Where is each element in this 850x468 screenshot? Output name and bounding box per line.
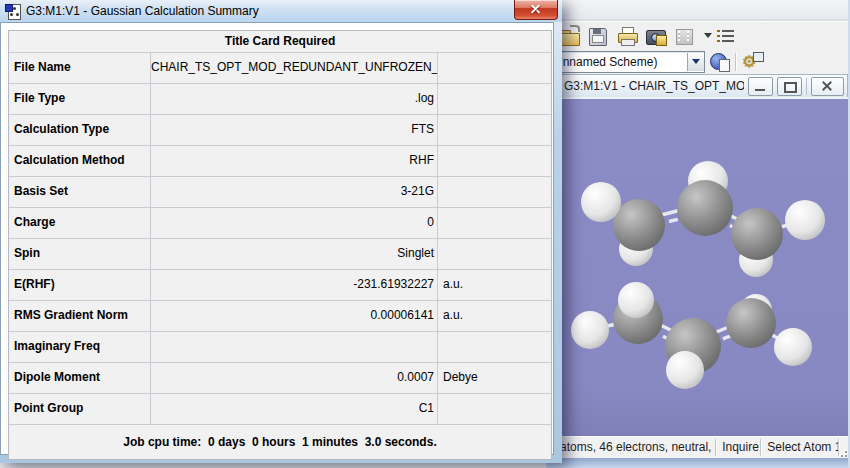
gaussview-log-icon <box>5 4 20 19</box>
table-row: File Type .log <box>9 84 551 115</box>
row-unit <box>438 84 551 114</box>
table-row: RMS Gradient Norm 0.00006141 a.u. <box>9 301 551 332</box>
status-bar: atoms, 46 electrons, neutral, sin Inquir… <box>554 436 848 458</box>
row-unit: Debye <box>438 363 551 393</box>
table-row: File Name CHAIR_TS_OPT_MOD_REDUNDANT_UNF… <box>9 53 551 84</box>
scheme-toolbar: (Unnamed Scheme) ⚙ <box>546 49 850 74</box>
row-unit <box>438 332 551 362</box>
job-list-icon[interactable] <box>715 26 737 46</box>
molecule-window-titlebar[interactable]: G3:M1:V1 - CHAIR_TS_OPT_MO... <box>554 74 848 98</box>
row-label: E(RHF) <box>9 270 151 300</box>
row-unit <box>438 146 551 176</box>
minimize-icon <box>755 89 765 91</box>
row-value: 0 <box>151 208 438 238</box>
calculation-summary-dialog: G3:M1:V1 - Gaussian Calculation Summary … <box>0 0 562 463</box>
preferences-gear-icon[interactable]: ⚙ <box>742 52 764 72</box>
row-unit <box>438 239 551 269</box>
window-bottom-border <box>546 458 850 468</box>
row-value: 0.00006141 <box>151 301 438 331</box>
row-label: File Name <box>9 53 151 83</box>
row-value: -231.61932227 <box>151 270 438 300</box>
scheme-combobox-value: (Unnamed Scheme) <box>547 55 687 69</box>
row-label: Basis Set <box>9 177 151 207</box>
toolbar-separator <box>735 53 737 71</box>
screen: (Unnamed Scheme) ⚙ G3:M1:V1 - CHAIR_TS_O… <box>0 0 850 468</box>
maximize-button[interactable] <box>777 77 802 96</box>
row-value: 0.0007 <box>151 363 438 393</box>
dialog-body: Title Card Required File Name CHAIR_TS_O… <box>0 22 554 455</box>
file-toolbar <box>546 22 850 49</box>
table-row: Basis Set 3-21G <box>9 177 551 208</box>
row-label: Calculation Type <box>9 115 151 145</box>
molecule-view <box>555 99 849 439</box>
row-label: Dipole Moment <box>9 363 151 393</box>
scheme-combobox[interactable]: (Unnamed Scheme) <box>546 51 705 73</box>
row-unit <box>438 115 551 145</box>
gaussview-main-window: (Unnamed Scheme) ⚙ G3:M1:V1 - CHAIR_TS_O… <box>546 0 850 468</box>
row-label: Point Group <box>9 394 151 424</box>
row-value: RHF <box>151 146 438 176</box>
movie-capture-icon[interactable] <box>674 26 696 46</box>
row-unit: a.u. <box>438 270 551 300</box>
table-row: Spin Singlet <box>9 239 551 270</box>
row-label: RMS Gradient Norm <box>9 301 151 331</box>
movie-options-chevron-icon[interactable] <box>704 33 712 38</box>
row-unit <box>438 394 551 424</box>
table-title: Title Card Required <box>9 31 551 53</box>
row-value: FTS <box>151 115 438 145</box>
print-icon[interactable] <box>616 26 638 46</box>
dialog-title: G3:M1:V1 - Gaussian Calculation Summary <box>26 4 259 18</box>
main-window-top-strip <box>546 0 850 22</box>
table-row: Point Group C1 <box>9 394 551 425</box>
scheme-dropdown-button[interactable] <box>687 53 704 71</box>
job-cpu-time: Job cpu time: 0 days 0 hours 1 minutes 3… <box>9 425 551 459</box>
table-row: Charge 0 <box>9 208 551 239</box>
row-unit <box>438 53 551 83</box>
row-unit: a.u. <box>438 301 551 331</box>
molecule-window-title: G3:M1:V1 - CHAIR_TS_OPT_MO... <box>555 79 744 93</box>
dialog-titlebar[interactable]: G3:M1:V1 - Gaussian Calculation Summary <box>0 0 562 22</box>
table-row: E(RHF) -231.61932227 a.u. <box>9 270 551 301</box>
row-value: C1 <box>151 394 438 424</box>
chevron-down-icon <box>692 59 700 64</box>
row-value: Singlet <box>151 239 438 269</box>
select-atom-status: Select Atom 1 <box>761 439 839 456</box>
table-row: Dipole Moment 0.0007 Debye <box>9 363 551 394</box>
table-row: Calculation Type FTS <box>9 115 551 146</box>
inquire-mode-status: Inquire <box>716 439 761 456</box>
row-value: CHAIR_TS_OPT_MOD_REDUNDANT_UNFROZEN_2 <box>151 53 438 83</box>
row-label: Imaginary Freq <box>9 332 151 362</box>
save-file-icon[interactable] <box>587 26 609 46</box>
resize-grip[interactable] <box>839 448 848 458</box>
dialog-close-button[interactable] <box>514 0 558 20</box>
row-value: .log <box>151 84 438 114</box>
button-separator <box>806 78 807 95</box>
summary-table: Title Card Required File Name CHAIR_TS_O… <box>8 30 552 460</box>
molecule-window-buttons <box>744 77 847 96</box>
child-close-button[interactable] <box>811 77 844 96</box>
maximize-icon <box>784 82 797 93</box>
table-row: Calculation Method RHF <box>9 146 551 177</box>
capture-image-icon[interactable] <box>645 26 667 46</box>
row-value: 3-21G <box>151 177 438 207</box>
molecule-3d-viewport[interactable] <box>554 97 848 437</box>
row-label: File Type <box>9 84 151 114</box>
minimize-button[interactable] <box>748 77 773 96</box>
row-unit <box>438 208 551 238</box>
table-row: Imaginary Freq <box>9 332 551 363</box>
scheme-globe-icon[interactable] <box>710 52 730 72</box>
molecule-info-status: atoms, 46 electrons, neutral, sin <box>554 439 716 456</box>
row-label: Spin <box>9 239 151 269</box>
row-value <box>151 332 438 362</box>
row-unit <box>438 177 551 207</box>
row-label: Calculation Method <box>9 146 151 176</box>
row-label: Charge <box>9 208 151 238</box>
